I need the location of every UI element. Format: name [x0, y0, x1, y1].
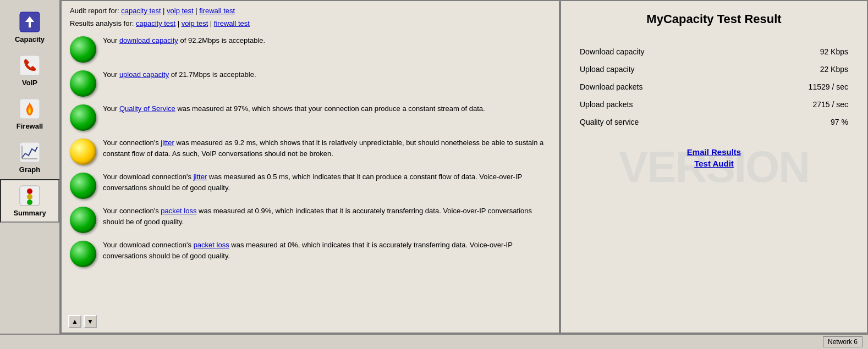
main-panel: Audit report for: capacity test | voip t… — [61, 0, 560, 334]
packet-loss-link-1[interactable]: packet loss — [161, 207, 196, 215]
result-row-5: Your connection's packet loss was measur… — [70, 206, 551, 233]
result-row-6: Your download connection's packet loss w… — [70, 240, 551, 267]
stat-value-upload-packets: 2715 / sec — [728, 96, 850, 113]
firewall-icon — [19, 98, 41, 120]
qos-link[interactable]: Quality of Service — [119, 104, 175, 113]
result-text-2: Your Quality of Service was measured at … — [103, 103, 551, 114]
result-row-3: Your connection's jitter was measured as… — [70, 137, 551, 165]
stat-label-qos: Quality of service — [578, 113, 728, 131]
result-text-3: Your connection's jitter was measured as… — [103, 137, 551, 159]
status-circle-6 — [70, 241, 96, 267]
results-analysis-label: Results analysis for: — [70, 19, 134, 27]
audit-capacity-link[interactable]: capacity test — [121, 7, 161, 15]
sidebar-item-label-firewall: Firewall — [17, 122, 43, 130]
result-row-1: Your upload capacity of 21.7Mbps is acce… — [70, 69, 551, 97]
stat-row-download-capacity: Download capacity 92 Kbps — [578, 43, 850, 60]
test-audit-link[interactable]: Test Audit — [578, 159, 850, 168]
sidebar-item-voip[interactable]: VoIP — [0, 49, 59, 92]
audit-voip-link[interactable]: voip test — [167, 7, 193, 15]
jitter-link-2[interactable]: jitter — [194, 173, 207, 181]
bottom-arrows: ▲ ▼ — [68, 315, 97, 328]
result-text-5: Your connection's packet loss was measur… — [103, 206, 551, 227]
stat-row-upload-packets: Upload packets 2715 / sec — [578, 96, 850, 113]
summary-icon — [19, 185, 41, 207]
upload-capacity-link[interactable]: upload capacity — [119, 70, 169, 79]
svg-rect-3 — [20, 56, 40, 75]
stat-value-qos: 97 % — [728, 113, 850, 131]
results-header: Results analysis for: capacity test | vo… — [70, 19, 551, 27]
scroll-up-button[interactable]: ▲ — [68, 315, 81, 328]
result-row-2: Your Quality of Service was measured at … — [70, 103, 551, 131]
results-firewall-link[interactable]: firewall test — [214, 19, 250, 27]
status-circle-2 — [70, 104, 96, 131]
download-capacity-link[interactable]: download capacity — [119, 36, 178, 45]
stat-value-download-capacity: 92 Kbps — [728, 43, 850, 60]
sidebar-item-label-graph: Graph — [19, 165, 40, 174]
stat-label-upload-packets: Upload packets — [578, 96, 728, 113]
audit-report-label: Audit report for: — [70, 7, 119, 15]
voip-icon — [19, 54, 41, 76]
right-panel: VERSION MyCapacity Test Result Download … — [560, 0, 868, 334]
network-label: Network 6 — [823, 336, 862, 347]
results-capacity-link[interactable]: capacity test — [136, 19, 175, 27]
result-text-0: Your download capacity of 92.2Mbps is ac… — [103, 35, 551, 46]
stat-label-download-packets: Download packets — [578, 78, 728, 96]
svg-point-10 — [27, 194, 32, 200]
email-results-link[interactable]: Email Results — [578, 147, 850, 157]
stats-table: Download capacity 92 Kbps Upload capacit… — [578, 43, 850, 131]
status-circle-1 — [70, 70, 96, 97]
result-text-1: Your upload capacity of 21.7Mbps is acce… — [103, 69, 551, 80]
status-bar: Network 6 — [0, 334, 868, 349]
sidebar-item-graph[interactable]: Graph — [0, 136, 59, 179]
results-voip-link[interactable]: voip test — [182, 19, 208, 27]
stat-row-download-packets: Download packets 11529 / sec — [578, 78, 850, 96]
result-text-6: Your download connection's packet loss w… — [103, 240, 551, 261]
result-row-4: Your download connection's jitter was me… — [70, 171, 551, 199]
capacity-icon — [19, 11, 41, 33]
stat-row-upload-capacity: Upload capacity 22 Kbps — [578, 60, 850, 78]
packet-loss-link-2[interactable]: packet loss — [194, 241, 229, 249]
stat-value-upload-capacity: 22 Kbps — [728, 60, 850, 78]
status-circle-5 — [70, 207, 96, 233]
sidebar-item-summary[interactable]: Summary — [0, 179, 59, 223]
sidebar-item-label-voip: VoIP — [22, 79, 37, 87]
sidebar-item-capacity[interactable]: Capacity — [0, 5, 59, 49]
status-circle-0 — [70, 36, 96, 63]
content-area: Audit report for: capacity test | voip t… — [61, 0, 868, 334]
sidebar-item-label-summary: Summary — [13, 209, 46, 217]
email-results-section: Email Results Test Audit — [578, 147, 850, 168]
sidebar: Capacity VoIP — [0, 0, 61, 334]
status-circle-3 — [70, 139, 96, 165]
stat-label-upload-capacity: Upload capacity — [578, 60, 728, 78]
sidebar-item-label-capacity: Capacity — [15, 35, 45, 43]
result-panel-title: MyCapacity Test Result — [578, 12, 850, 26]
stat-row-qos: Quality of service 97 % — [578, 113, 850, 131]
main-container: Capacity VoIP — [0, 0, 868, 334]
scroll-down-button[interactable]: ▼ — [84, 315, 97, 328]
svg-point-11 — [27, 200, 32, 205]
stat-value-download-packets: 11529 / sec — [728, 78, 850, 96]
result-text-4: Your download connection's jitter was me… — [103, 171, 551, 193]
audit-firewall-link[interactable]: firewall test — [199, 7, 235, 15]
svg-point-9 — [27, 189, 32, 194]
stat-label-download-capacity: Download capacity — [578, 43, 728, 60]
status-circle-4 — [70, 173, 96, 199]
result-row-0: Your download capacity of 92.2Mbps is ac… — [70, 35, 551, 63]
sidebar-item-firewall[interactable]: Firewall — [0, 92, 59, 136]
jitter-link-1[interactable]: jitter — [161, 139, 174, 147]
graph-icon — [19, 141, 41, 163]
audit-header: Audit report for: capacity test | voip t… — [70, 7, 551, 15]
